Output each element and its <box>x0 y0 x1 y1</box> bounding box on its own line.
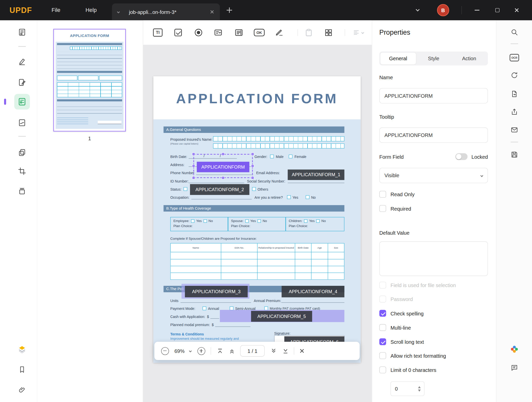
tab-style[interactable]: Style <box>416 53 451 65</box>
window-maximize-button[interactable] <box>491 0 504 20</box>
tooltip-field[interactable]: APPLICATIONFORM <box>379 128 488 143</box>
tab-dropdown-icon[interactable] <box>117 10 120 13</box>
search-button[interactable] <box>508 25 521 39</box>
form-tool-button[interactable] <box>14 94 30 110</box>
checkbox-tool[interactable] <box>172 27 184 38</box>
menu-help[interactable]: Help <box>86 0 97 20</box>
name-field[interactable]: APPLICATIONFORM <box>379 88 488 103</box>
layers-button[interactable] <box>15 343 29 356</box>
required-checkbox[interactable] <box>379 205 386 212</box>
page-thumbnail[interactable]: APPLICATION FORM <box>53 29 126 132</box>
resize-handle[interactable] <box>251 153 254 155</box>
char-limit-checkbox[interactable] <box>379 367 386 373</box>
char-limit-option[interactable]: Limit of 0 characters <box>379 366 436 373</box>
stepper-up-icon[interactable] <box>418 386 421 388</box>
paste-tool[interactable] <box>303 27 315 38</box>
new-tab-button[interactable] <box>227 7 232 13</box>
visibility-select[interactable]: Visible <box>379 168 488 183</box>
tab-general[interactable]: General <box>380 53 416 65</box>
convert-button[interactable] <box>508 69 521 82</box>
slides-tool-button[interactable] <box>15 185 29 198</box>
document-tab[interactable]: job-appli...on-form-3* <box>112 3 220 20</box>
markup-tool-button[interactable] <box>15 55 29 69</box>
locked-toggle[interactable] <box>455 153 467 160</box>
user-avatar[interactable]: B <box>437 4 449 16</box>
page-down-button[interactable] <box>271 348 277 354</box>
resize-handle[interactable] <box>222 153 224 155</box>
dropdown-field-tool[interactable] <box>212 27 224 38</box>
zoom-dropdown-icon[interactable] <box>189 349 192 352</box>
bookmark-button[interactable] <box>15 363 29 376</box>
scroll-long-text-option[interactable]: Scroll long text <box>379 338 424 345</box>
email-button[interactable] <box>508 123 521 137</box>
resize-handle[interactable] <box>251 177 254 179</box>
resize-handle[interactable] <box>192 153 195 155</box>
resize-handle[interactable] <box>192 177 195 179</box>
attachment-button[interactable] <box>15 383 29 397</box>
edit-tool-button[interactable] <box>15 76 29 89</box>
form-field-applicationform-1[interactable]: APPLICATIONFORM_1 <box>288 170 345 180</box>
text-field-tool[interactable]: TI <box>152 27 164 38</box>
required-option[interactable]: Required <box>379 205 411 212</box>
selected-form-field[interactable]: APPLICATIONFORM <box>193 154 253 178</box>
save-button[interactable] <box>508 148 521 162</box>
close-page-controls-button[interactable] <box>300 349 305 353</box>
ai-assistant-button[interactable] <box>508 343 521 356</box>
share-button[interactable] <box>508 105 521 119</box>
radio-button-tool[interactable] <box>193 27 204 38</box>
form-field-applicationform-3[interactable]: APPLICATIONFORM_3 <box>185 286 248 297</box>
page-indicator[interactable]: 1 / 1 <box>240 345 264 357</box>
rich-text-option[interactable]: Allow rich text formatting <box>379 352 446 359</box>
file-selection-option[interactable]: Field is used for file selection <box>379 282 456 289</box>
sign-tool-button[interactable] <box>15 116 29 130</box>
feedback-button[interactable] <box>508 361 521 375</box>
multi-line-checkbox[interactable] <box>379 324 386 331</box>
stepper-arrows[interactable] <box>418 386 421 391</box>
stepper-down-icon[interactable] <box>418 389 421 391</box>
first-page-button[interactable] <box>217 348 223 354</box>
read-only-option[interactable]: Read Only <box>379 191 414 198</box>
file-selection-checkbox[interactable] <box>379 282 386 289</box>
selected-field-label[interactable]: APPLICATIONFORM <box>197 162 250 172</box>
signature-field-tool[interactable] <box>273 27 285 38</box>
organize-pages-button[interactable] <box>15 146 29 159</box>
password-option[interactable]: Password <box>379 295 413 303</box>
tab-action[interactable]: Action <box>451 53 487 65</box>
form-field-applicationform-2[interactable]: APPLICATIONFORM_2 <box>190 184 249 195</box>
password-checkbox[interactable] <box>379 296 386 303</box>
scroll-long-text-checkbox[interactable] <box>379 338 386 345</box>
comment-tool-button[interactable] <box>15 25 29 39</box>
zoom-out-button[interactable] <box>161 347 169 355</box>
window-close-button[interactable] <box>510 0 524 20</box>
form-field-applicationform-4[interactable]: APPLICATIONFORM_4 <box>282 286 345 297</box>
resize-handle[interactable] <box>251 165 254 167</box>
zoom-in-button[interactable] <box>198 347 205 355</box>
zoom-level[interactable]: 69% <box>174 348 184 354</box>
label-plan-choice: Plan Choice: <box>228 223 285 228</box>
resize-handle[interactable] <box>192 165 195 167</box>
crop-tool-button[interactable] <box>15 165 29 178</box>
label-occupation: Occupation: <box>170 195 189 199</box>
resize-handle[interactable] <box>222 177 224 179</box>
list-box-tool[interactable] <box>233 27 245 38</box>
multi-line-option[interactable]: Multi-line <box>379 324 411 331</box>
last-page-button[interactable] <box>283 348 289 354</box>
char-limit-stepper[interactable]: 0 <box>391 381 425 396</box>
titlebar-chevron-icon[interactable] <box>416 8 420 11</box>
rich-text-checkbox[interactable] <box>379 352 386 359</box>
form-field-applicationform-5[interactable]: APPLICATIONFORM_5 <box>251 311 312 322</box>
check-spelling-option[interactable]: Check spelling <box>379 310 424 317</box>
check-spelling-checkbox[interactable] <box>379 310 386 317</box>
double-chevron-down-icon <box>271 348 277 354</box>
alignment-tool[interactable] <box>350 27 366 38</box>
page-up-button[interactable] <box>229 348 235 354</box>
button-field-tool[interactable]: OK <box>253 27 265 38</box>
tab-close-icon[interactable] <box>210 10 214 14</box>
layout-grid-tool[interactable] <box>323 27 334 38</box>
page-tools-button[interactable] <box>508 87 521 101</box>
menu-file[interactable]: File <box>52 0 61 20</box>
window-minimize-button[interactable] <box>470 0 484 20</box>
ocr-button[interactable]: OCR <box>508 51 521 65</box>
default-value-field[interactable] <box>379 242 488 276</box>
read-only-checkbox[interactable] <box>379 191 386 198</box>
